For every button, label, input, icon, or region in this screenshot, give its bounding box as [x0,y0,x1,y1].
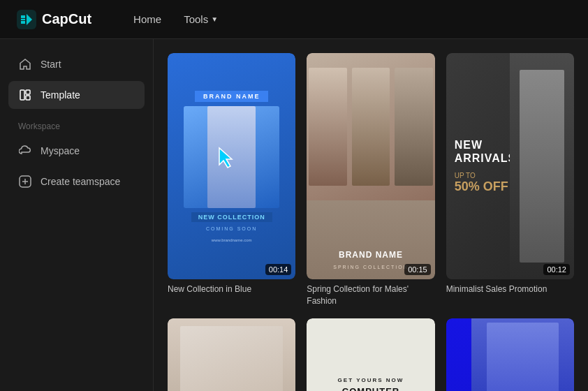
sidebar-item-start[interactable]: Start [8,50,145,78]
thumb-person-img [184,106,279,208]
computer-text: COMPUTER [342,386,399,391]
app-header: CapCut Home Tools ▼ [0,0,588,39]
template-thumb-1: BRAND NAME NEW COLLECTION COMING SOON ww… [168,53,295,279]
template-title-1: New Collection in Blue [168,283,295,295]
spring-collection-text: SPRING COLLECTION [333,265,409,270]
sidebar-item-create-teamspace[interactable]: Create teamspace [8,168,145,196]
svg-rect-3 [26,90,30,94]
up-to-text: UP TO [455,172,476,179]
sidebar-template-label: Template [41,89,80,101]
templates-grid: BRAND NAME NEW COLLECTION COMING SOON ww… [168,53,574,391]
logo-text: CapCut [42,11,91,27]
model-area [510,53,574,279]
sidebar-start-label: Start [41,59,61,70]
main-content: BRAND NAME NEW COLLECTION COMING SOON ww… [154,39,588,391]
template-card-4[interactable]: LIMITED SALE 00:13 [168,318,295,391]
sidebar-myspace-label: Myspace [41,145,80,156]
chevron-down-icon: ▼ [211,15,218,23]
template-thumb-6: PROMOTE ONLINE 00:15 [446,318,574,391]
sidebar-item-myspace[interactable]: Myspace [8,137,145,165]
template-card-2[interactable]: BRAND NAME SPRING COLLECTION 00:15 Sprin… [307,53,434,307]
sidebar: Start Template Workspace Myspace [0,39,154,391]
nav-tools[interactable]: Tools ▼ [175,9,226,29]
coming-soon-text: COMING SOON [206,226,257,231]
template-icon [18,88,32,102]
template-thumb-2: BRAND NAME SPRING COLLECTION 00:15 [307,53,434,279]
website-text: www.brandname.com [212,238,252,242]
jewelry-area [168,318,295,391]
get-yours-text: GET YOURS NOW [338,377,404,383]
app-body: Start Template Workspace Myspace [0,39,588,391]
template-thumb-5: GET YOURS NOW COMPUTER $1000 WWW.SAMPLE.… [307,318,434,391]
duration-badge-3: 00:12 [543,264,570,275]
template-thumb-4: LIMITED SALE 00:13 [168,318,295,391]
template-card-3[interactable]: NEW ARRIVALS UP TO 50% OFF 00:12 Minimal… [446,53,574,307]
home-icon [18,57,32,71]
template-card-1[interactable]: BRAND NAME NEW COLLECTION COMING SOON ww… [168,53,295,307]
template-thumb-3: NEW ARRIVALS UP TO 50% OFF 00:12 [446,53,574,279]
new-arrivals-text: NEW ARRIVALS [455,138,517,165]
sidebar-item-template[interactable]: Template [8,81,145,109]
plus-icon [18,175,32,189]
new-collection-text: NEW COLLECTION [191,212,272,222]
discount-text: 50% OFF [455,179,508,194]
workspace-label: Workspace [8,115,145,134]
template-card-5[interactable]: GET YOURS NOW COMPUTER $1000 WWW.SAMPLE.… [307,318,434,391]
brand-name-text: BRAND NAME [195,91,269,102]
brand-name-2-text: BRAND NAME [339,250,403,260]
people-area [307,53,434,200]
svg-rect-4 [26,96,30,100]
template-card-6[interactable]: PROMOTE ONLINE 00:15 [446,318,574,391]
logo[interactable]: CapCut [17,10,91,29]
template-title-2: Spring Collection for Males' Fashion [307,283,434,307]
main-nav: Home Tools ▼ [125,9,226,29]
cloud-icon [18,144,32,158]
duration-badge-1: 00:14 [265,264,292,275]
person-area [471,318,574,391]
sidebar-create-teamspace-label: Create teamspace [41,176,120,187]
nav-home[interactable]: Home [125,9,170,29]
duration-badge-2: 00:15 [404,264,431,275]
svg-rect-2 [20,90,24,100]
capcut-logo-icon [17,10,36,29]
template-title-3: Minimalist Sales Promotion [446,283,574,295]
